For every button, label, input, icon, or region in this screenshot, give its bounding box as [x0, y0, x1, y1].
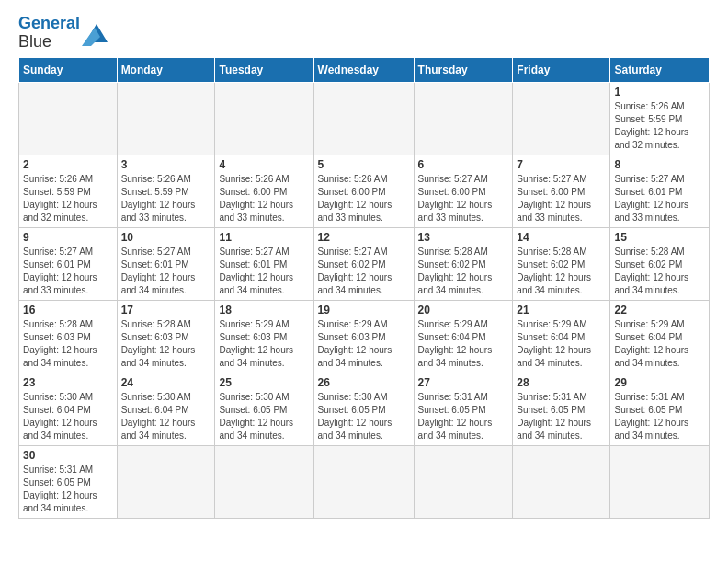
calendar-cell: 10Sunrise: 5:27 AMSunset: 6:01 PMDayligh…	[117, 227, 215, 300]
calendar-cell: 11Sunrise: 5:27 AMSunset: 6:01 PMDayligh…	[215, 227, 313, 300]
day-number: 25	[219, 376, 309, 389]
calendar-cell: 4Sunrise: 5:26 AMSunset: 6:00 PMDaylight…	[215, 155, 313, 227]
day-info: Sunrise: 5:26 AMSunset: 5:59 PMDaylight:…	[121, 173, 211, 224]
calendar-cell	[117, 445, 215, 518]
day-number: 12	[318, 231, 410, 244]
calendar-cell	[215, 445, 313, 518]
calendar-cell: 2Sunrise: 5:26 AMSunset: 5:59 PMDaylight…	[19, 155, 118, 227]
day-info: Sunrise: 5:27 AMSunset: 6:01 PMDaylight:…	[614, 173, 705, 224]
day-info: Sunrise: 5:31 AMSunset: 6:05 PMDaylight:…	[614, 391, 705, 442]
day-info: Sunrise: 5:28 AMSunset: 6:02 PMDaylight:…	[517, 246, 606, 297]
day-number: 9	[23, 231, 113, 244]
day-info: Sunrise: 5:26 AMSunset: 6:00 PMDaylight:…	[318, 173, 410, 224]
calendar-cell	[414, 82, 513, 155]
day-info: Sunrise: 5:27 AMSunset: 6:00 PMDaylight:…	[517, 173, 606, 224]
calendar-cell	[610, 445, 710, 518]
calendar-cell: 13Sunrise: 5:28 AMSunset: 6:02 PMDayligh…	[414, 227, 513, 300]
day-number: 11	[219, 231, 309, 244]
calendar-cell	[513, 82, 610, 155]
calendar-cell	[313, 445, 414, 518]
day-number: 30	[23, 449, 113, 462]
day-number: 8	[614, 158, 705, 171]
calendar-cell: 25Sunrise: 5:30 AMSunset: 6:05 PMDayligh…	[215, 373, 313, 445]
calendar-cell: 27Sunrise: 5:31 AMSunset: 6:05 PMDayligh…	[414, 373, 513, 445]
day-number: 20	[418, 304, 509, 316]
day-info: Sunrise: 5:28 AMSunset: 6:03 PMDaylight:…	[121, 318, 211, 370]
calendar-cell: 15Sunrise: 5:28 AMSunset: 6:02 PMDayligh…	[610, 227, 710, 300]
calendar-week-row: 16Sunrise: 5:28 AMSunset: 6:03 PMDayligh…	[19, 300, 710, 373]
calendar-cell	[215, 82, 313, 155]
calendar-cell: 16Sunrise: 5:28 AMSunset: 6:03 PMDayligh…	[19, 300, 118, 373]
weekday-header: Saturday	[610, 57, 710, 82]
day-info: Sunrise: 5:30 AMSunset: 6:04 PMDaylight:…	[23, 391, 113, 442]
day-info: Sunrise: 5:27 AMSunset: 6:00 PMDaylight:…	[418, 173, 509, 224]
calendar-cell: 12Sunrise: 5:27 AMSunset: 6:02 PMDayligh…	[313, 227, 414, 300]
calendar-cell: 18Sunrise: 5:29 AMSunset: 6:03 PMDayligh…	[215, 300, 313, 373]
day-number: 5	[318, 158, 410, 171]
day-info: Sunrise: 5:27 AMSunset: 6:02 PMDaylight:…	[318, 246, 410, 297]
day-number: 29	[614, 376, 705, 389]
day-number: 4	[219, 158, 309, 171]
calendar-cell: 1Sunrise: 5:26 AMSunset: 5:59 PMDaylight…	[610, 82, 710, 155]
day-info: Sunrise: 5:29 AMSunset: 6:04 PMDaylight:…	[614, 318, 705, 370]
logo-general: General	[18, 14, 80, 32]
day-info: Sunrise: 5:30 AMSunset: 6:04 PMDaylight:…	[121, 391, 211, 442]
day-info: Sunrise: 5:27 AMSunset: 6:01 PMDaylight:…	[23, 246, 113, 297]
weekday-header: Tuesday	[215, 57, 313, 82]
day-info: Sunrise: 5:30 AMSunset: 6:05 PMDaylight:…	[318, 391, 410, 442]
weekday-header: Sunday	[19, 57, 118, 82]
day-number: 13	[418, 231, 509, 244]
calendar-week-row: 30Sunrise: 5:31 AMSunset: 6:05 PMDayligh…	[19, 445, 710, 518]
calendar-cell: 21Sunrise: 5:29 AMSunset: 6:04 PMDayligh…	[513, 300, 610, 373]
day-info: Sunrise: 5:30 AMSunset: 6:05 PMDaylight:…	[219, 391, 309, 442]
day-info: Sunrise: 5:28 AMSunset: 6:03 PMDaylight:…	[23, 318, 113, 370]
day-info: Sunrise: 5:29 AMSunset: 6:04 PMDaylight:…	[418, 318, 509, 370]
day-info: Sunrise: 5:27 AMSunset: 6:01 PMDaylight:…	[219, 246, 309, 297]
day-info: Sunrise: 5:26 AMSunset: 6:00 PMDaylight:…	[219, 173, 309, 224]
day-info: Sunrise: 5:26 AMSunset: 5:59 PMDaylight:…	[23, 173, 113, 224]
day-info: Sunrise: 5:26 AMSunset: 5:59 PMDaylight:…	[614, 100, 705, 152]
calendar-cell: 5Sunrise: 5:26 AMSunset: 6:00 PMDaylight…	[313, 155, 414, 227]
calendar-cell	[313, 82, 414, 155]
weekday-header: Wednesday	[313, 57, 414, 82]
day-number: 2	[23, 158, 113, 171]
calendar-cell: 29Sunrise: 5:31 AMSunset: 6:05 PMDayligh…	[610, 373, 710, 445]
calendar-cell	[513, 445, 610, 518]
calendar-cell: 19Sunrise: 5:29 AMSunset: 6:03 PMDayligh…	[313, 300, 414, 373]
day-number: 1	[614, 86, 705, 98]
calendar-cell: 24Sunrise: 5:30 AMSunset: 6:04 PMDayligh…	[117, 373, 215, 445]
calendar-cell: 7Sunrise: 5:27 AMSunset: 6:00 PMDaylight…	[513, 155, 610, 227]
page-header: General Blue	[18, 15, 710, 52]
day-info: Sunrise: 5:29 AMSunset: 6:04 PMDaylight:…	[517, 318, 606, 370]
day-info: Sunrise: 5:31 AMSunset: 6:05 PMDaylight:…	[23, 464, 113, 515]
calendar-cell: 28Sunrise: 5:31 AMSunset: 6:05 PMDayligh…	[513, 373, 610, 445]
calendar-cell	[19, 82, 118, 155]
day-number: 18	[219, 304, 309, 316]
calendar-week-row: 23Sunrise: 5:30 AMSunset: 6:04 PMDayligh…	[19, 373, 710, 445]
day-number: 24	[121, 376, 211, 389]
calendar-cell: 20Sunrise: 5:29 AMSunset: 6:04 PMDayligh…	[414, 300, 513, 373]
calendar-cell: 3Sunrise: 5:26 AMSunset: 5:59 PMDaylight…	[117, 155, 215, 227]
calendar-cell: 8Sunrise: 5:27 AMSunset: 6:01 PMDaylight…	[610, 155, 710, 227]
calendar-cell: 6Sunrise: 5:27 AMSunset: 6:00 PMDaylight…	[414, 155, 513, 227]
day-info: Sunrise: 5:27 AMSunset: 6:01 PMDaylight:…	[121, 246, 211, 297]
day-number: 6	[418, 158, 509, 171]
calendar-table: SundayMondayTuesdayWednesdayThursdayFrid…	[18, 57, 710, 519]
calendar-week-row: 9Sunrise: 5:27 AMSunset: 6:01 PMDaylight…	[19, 227, 710, 300]
calendar-week-row: 2Sunrise: 5:26 AMSunset: 5:59 PMDaylight…	[19, 155, 710, 227]
day-number: 22	[614, 304, 705, 316]
weekday-header: Thursday	[414, 57, 513, 82]
calendar-header-row: SundayMondayTuesdayWednesdayThursdayFrid…	[19, 57, 710, 82]
day-number: 15	[614, 231, 705, 244]
calendar-cell: 22Sunrise: 5:29 AMSunset: 6:04 PMDayligh…	[610, 300, 710, 373]
day-number: 27	[418, 376, 509, 389]
calendar-cell	[117, 82, 215, 155]
weekday-header: Monday	[117, 57, 215, 82]
calendar-cell	[414, 445, 513, 518]
day-info: Sunrise: 5:28 AMSunset: 6:02 PMDaylight:…	[614, 246, 705, 297]
day-number: 28	[517, 376, 606, 389]
day-info: Sunrise: 5:31 AMSunset: 6:05 PMDaylight:…	[517, 391, 606, 442]
calendar-cell: 17Sunrise: 5:28 AMSunset: 6:03 PMDayligh…	[117, 300, 215, 373]
weekday-header: Friday	[513, 57, 610, 82]
day-number: 16	[23, 304, 113, 316]
